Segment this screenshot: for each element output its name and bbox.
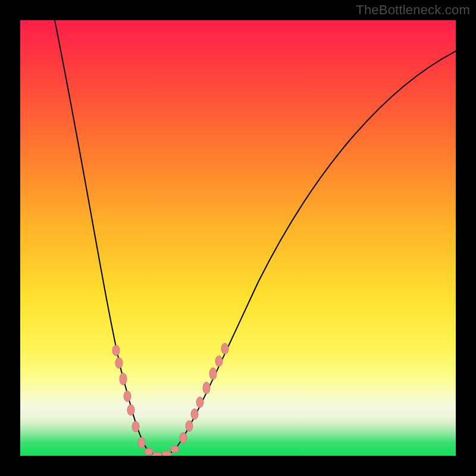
curve-marker <box>221 343 228 354</box>
curve-marker <box>162 451 171 456</box>
curve-marker <box>196 397 203 408</box>
curve-marker <box>215 356 223 367</box>
curve-marker <box>120 373 127 385</box>
curve-marker <box>191 409 198 419</box>
curve-markers <box>112 343 228 456</box>
chart-frame: TheBottleneck.com <box>0 0 476 476</box>
bottleneck-curve-line <box>55 20 456 456</box>
curve-marker <box>132 421 139 432</box>
curve-marker <box>180 433 187 443</box>
plot-area <box>20 20 456 456</box>
curve-marker <box>112 345 120 356</box>
curve-marker <box>186 421 193 431</box>
curve-marker <box>127 405 134 415</box>
watermark-text: TheBottleneck.com <box>356 2 470 18</box>
curve-marker <box>171 446 179 453</box>
curve-svg <box>20 20 456 456</box>
curve-marker <box>145 448 153 455</box>
curve-marker <box>203 382 210 394</box>
curve-marker <box>124 391 131 402</box>
curve-marker <box>152 452 162 456</box>
curve-marker <box>209 368 217 380</box>
curve-marker <box>115 358 123 368</box>
curve-marker <box>138 437 145 448</box>
